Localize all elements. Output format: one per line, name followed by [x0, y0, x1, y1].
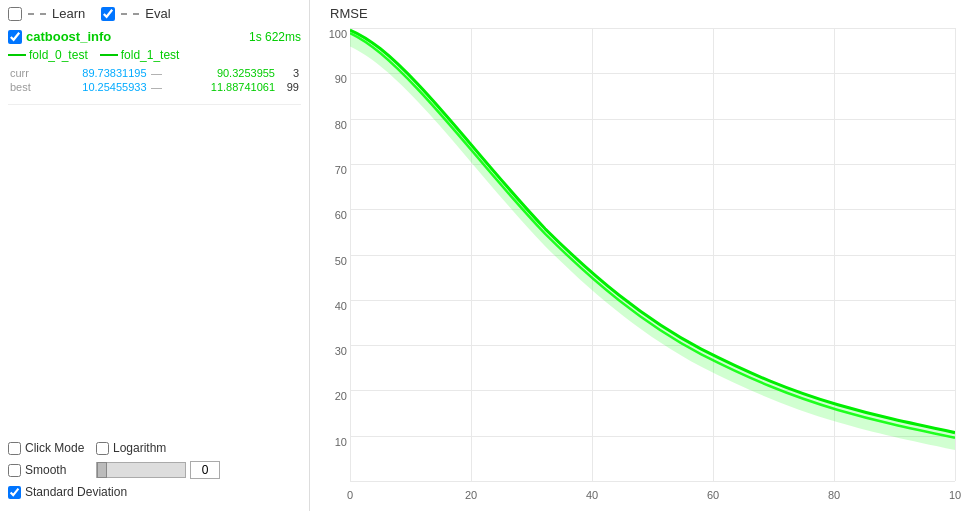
eval-line-icon [121, 13, 139, 15]
x-label-0: 0 [347, 489, 353, 501]
click-mode-label[interactable]: Click Mode [8, 441, 88, 455]
curve-fold1 [350, 33, 955, 438]
smooth-row: Smooth [8, 461, 301, 479]
grid-h-100 [350, 481, 955, 482]
click-mode-checkbox[interactable] [8, 442, 21, 455]
y-label-80: 80 [335, 119, 350, 131]
left-panel: Learn Eval catboost_info 1s 622ms fold_0… [0, 0, 310, 511]
best-val1: 10.25455933 [36, 80, 149, 94]
best-dash: — [149, 80, 165, 94]
x-label-40: 40 [586, 489, 598, 501]
best-val2: 11.88741061 [165, 80, 278, 94]
curr-label: curr [8, 66, 36, 80]
eval-label: Eval [145, 6, 170, 21]
eval-checkbox-label[interactable]: Eval [101, 6, 170, 21]
learn-line-icon [28, 13, 46, 15]
y-label-20: 20 [335, 390, 350, 402]
logarithm-label[interactable]: Logarithm [96, 441, 176, 455]
model-name: catboost_info [26, 29, 111, 44]
stats-table: curr 89.73831195 — 90.3253955 3 best 10.… [8, 66, 301, 94]
x-label-60: 60 [707, 489, 719, 501]
divider [8, 104, 301, 105]
x-label-20: 20 [465, 489, 477, 501]
smooth-label[interactable]: Smooth [8, 463, 88, 477]
chart-title: RMSE [330, 6, 368, 21]
best-num: 99 [277, 80, 301, 94]
click-mode-text: Click Mode [25, 441, 84, 455]
smooth-slider[interactable] [96, 462, 186, 478]
learn-checkbox[interactable] [8, 7, 22, 21]
grid-v-100 [955, 28, 956, 481]
y-label-90: 90 [335, 73, 350, 85]
curr-val2: 90.3253955 [165, 66, 278, 80]
fold0-item: fold_0_test [8, 48, 88, 62]
y-label-40: 40 [335, 300, 350, 312]
y-label-70: 70 [335, 164, 350, 176]
smooth-text: Smooth [25, 463, 66, 477]
y-label-50: 50 [335, 255, 350, 267]
learn-eval-row: Learn Eval [8, 6, 301, 21]
best-label: best [8, 80, 36, 94]
logarithm-text: Logarithm [113, 441, 166, 455]
std-dev-label[interactable]: Standard Deviation [8, 485, 127, 499]
controls-section: Click Mode Logarithm Smooth Standard Dev… [8, 433, 301, 505]
chart-svg [350, 28, 955, 481]
best-row: best 10.25455933 — 11.88741061 99 [8, 80, 301, 94]
y-label-30: 30 [335, 345, 350, 357]
model-checkbox[interactable] [8, 30, 22, 44]
x-label-80: 80 [828, 489, 840, 501]
y-label-60: 60 [335, 209, 350, 221]
model-checkbox-label[interactable]: catboost_info [8, 29, 111, 44]
x-label-100: 10 [949, 489, 961, 501]
smooth-value-input[interactable] [190, 461, 220, 479]
right-panel: RMSE 100 90 80 70 60 50 40 30 20 10 0 20 [310, 0, 965, 511]
fold0-line-icon [8, 54, 26, 56]
chart-area: 100 90 80 70 60 50 40 30 20 10 0 20 40 6… [350, 28, 955, 481]
click-mode-row: Click Mode Logarithm [8, 441, 301, 455]
y-label-10: 10 [335, 436, 350, 448]
folds-row: fold_0_test fold_1_test [8, 48, 301, 62]
model-time: 1s 622ms [249, 30, 301, 44]
std-dev-band [350, 30, 955, 450]
smooth-checkbox[interactable] [8, 464, 21, 477]
std-dev-checkbox[interactable] [8, 486, 21, 499]
model-row: catboost_info 1s 622ms [8, 29, 301, 44]
std-dev-text: Standard Deviation [25, 485, 127, 499]
fold0-label: fold_0_test [29, 48, 88, 62]
curr-dash: — [149, 66, 165, 80]
curve-fold0 [350, 30, 955, 433]
std-dev-row: Standard Deviation [8, 485, 301, 499]
curr-row: curr 89.73831195 — 90.3253955 3 [8, 66, 301, 80]
fold1-label: fold_1_test [121, 48, 180, 62]
logarithm-checkbox[interactable] [96, 442, 109, 455]
curr-num: 3 [277, 66, 301, 80]
curr-val1: 89.73831195 [36, 66, 149, 80]
eval-checkbox[interactable] [101, 7, 115, 21]
y-label-100: 100 [329, 28, 350, 40]
learn-label: Learn [52, 6, 85, 21]
fold1-line-icon [100, 54, 118, 56]
learn-checkbox-label[interactable]: Learn [8, 6, 85, 21]
fold1-item: fold_1_test [100, 48, 180, 62]
smooth-slider-container [96, 461, 220, 479]
